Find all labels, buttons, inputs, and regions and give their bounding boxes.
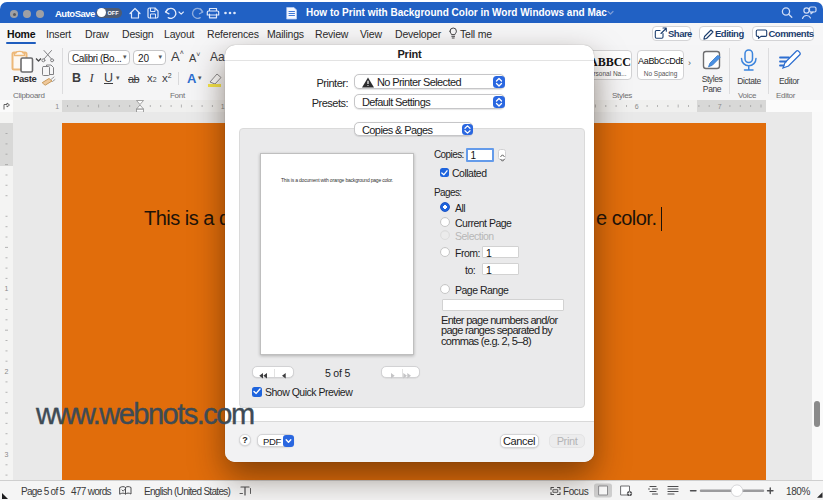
svg-text:3: 3 xyxy=(5,451,9,458)
svg-text:2: 2 xyxy=(5,368,9,375)
svg-text:6: 6 xyxy=(635,103,639,110)
svg-text:1: 1 xyxy=(5,285,9,292)
svg-text:1: 1 xyxy=(55,103,59,110)
svg-text:7: 7 xyxy=(718,103,722,110)
